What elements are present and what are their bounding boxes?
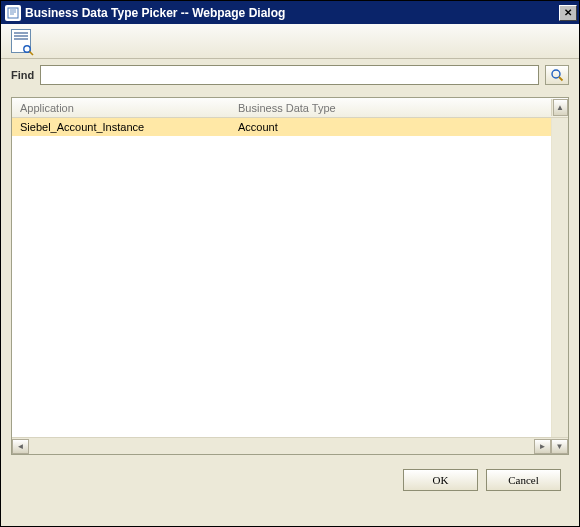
search-document-button[interactable] (7, 27, 35, 55)
find-label: Find (11, 69, 34, 81)
vertical-scrollbar[interactable]: ▲ (551, 99, 568, 116)
results-table: Application Business Data Type ▲ Siebel_… (11, 97, 569, 455)
column-header-application[interactable]: Application (12, 102, 230, 114)
app-icon (5, 5, 21, 21)
cancel-button[interactable]: Cancel (486, 469, 561, 491)
find-row: Find (1, 59, 579, 89)
window-title: Business Data Type Picker -- Webpage Dia… (25, 6, 559, 20)
close-button[interactable]: ✕ (559, 5, 577, 21)
scroll-right-button[interactable]: ► (534, 439, 551, 454)
find-button[interactable] (545, 65, 569, 85)
svg-rect-0 (8, 8, 18, 18)
svg-point-3 (552, 70, 560, 78)
cell-application: Siebel_Account_Instance (12, 121, 230, 133)
dialog-footer: OK Cancel (1, 455, 579, 491)
scroll-up-button[interactable]: ▲ (553, 99, 568, 116)
title-bar: Business Data Type Picker -- Webpage Dia… (1, 1, 579, 24)
horizontal-scrollbar[interactable]: ◄ ► ▼ (12, 437, 568, 454)
toolbar (1, 24, 579, 59)
search-icon (550, 68, 564, 82)
vertical-scrollbar-track[interactable] (551, 118, 568, 437)
cell-bdt: Account (230, 121, 551, 133)
svg-line-2 (30, 52, 34, 56)
table-row[interactable]: Siebel_Account_Instance Account (12, 118, 551, 136)
find-input[interactable] (40, 65, 539, 85)
svg-point-1 (24, 46, 30, 52)
ok-button[interactable]: OK (403, 469, 478, 491)
document-search-icon (11, 29, 31, 53)
table-header: Application Business Data Type ▲ (12, 98, 568, 118)
scroll-down-button[interactable]: ▼ (551, 439, 568, 454)
svg-line-4 (559, 77, 563, 81)
column-header-bdt[interactable]: Business Data Type (230, 102, 551, 114)
scroll-left-button[interactable]: ◄ (12, 439, 29, 454)
